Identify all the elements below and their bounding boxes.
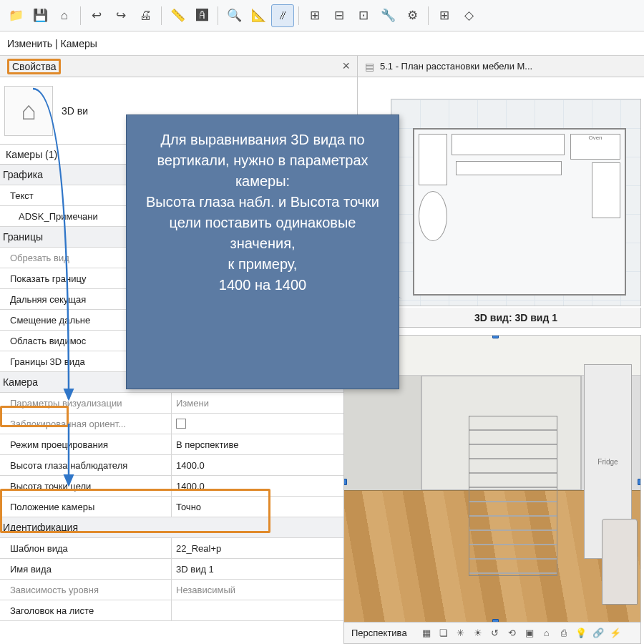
property-name: Параметры визуализации: [0, 393, 172, 413]
instance-count-label: Камеры (1): [6, 149, 57, 160]
property-name: Шаблон вида: [0, 538, 172, 558]
property-value[interactable]: 1400.0: [172, 455, 357, 475]
tile-icon[interactable]: ⊟: [328, 4, 351, 27]
show-render-icon[interactable]: ⟲: [506, 627, 519, 640]
property-name: Зависимость уровня: [0, 580, 172, 600]
print-icon[interactable]: 🖨: [134, 4, 157, 27]
panel-header: Свойства ×: [0, 56, 357, 77]
linked-icon[interactable]: 🔗: [592, 627, 605, 640]
property-name: Режим проецирования: [0, 434, 172, 454]
unlocked-3d-icon[interactable]: ⌂: [540, 627, 553, 640]
type-name: 3D ви: [62, 105, 88, 117]
home-icon[interactable]: ⌂: [53, 4, 76, 27]
light-icon[interactable]: 💡: [575, 627, 587, 640]
measure-icon[interactable]: 📏: [166, 4, 189, 27]
shadows-icon[interactable]: ☀: [472, 627, 484, 640]
property-value[interactable]: В перспективе: [172, 434, 357, 454]
zoom-icon[interactable]: 🔍: [223, 4, 245, 27]
property-value[interactable]: [172, 414, 357, 434]
property-value[interactable]: Точно: [172, 497, 357, 517]
property-value[interactable]: Независимый: [172, 580, 357, 600]
property-value[interactable]: 3D вид 1: [172, 559, 357, 579]
property-group-header[interactable]: Идентификация: [0, 517, 357, 538]
crop-icon[interactable]: ❏: [437, 627, 450, 640]
property-row[interactable]: Шаблон вида22_Real+р: [0, 538, 357, 559]
cube-icon[interactable]: ◇: [457, 4, 480, 27]
render-icon[interactable]: ↺: [489, 627, 502, 640]
close-icon[interactable]: ×: [342, 59, 350, 74]
property-name: Высота глаза наблюдателя: [0, 455, 172, 475]
options-icon[interactable]: ⚙: [401, 4, 424, 27]
oven-label: Oven: [570, 134, 620, 160]
visual-style-icon[interactable]: ▦: [420, 627, 433, 640]
manage-icon[interactable]: 🔧: [376, 4, 399, 27]
chair: [602, 519, 638, 605]
property-row[interactable]: Параметры визуализацииИзмени: [0, 393, 357, 414]
thin-lines-icon[interactable]: 📐: [247, 4, 270, 27]
property-name: Заблокированная ориент...: [0, 414, 172, 434]
view-tab-title: 5.1 - План расстановки мебели М...: [380, 61, 532, 72]
view-control-bar: Перспектива ▦ ❏ ✳ ☀ ↺ ⟲ ▣ ⌂ ⎙ 💡 🔗 ⚡: [343, 623, 641, 644]
shelf-unit: [469, 416, 557, 576]
annotation-callout: Для выравнивания 3D вида по вертикали, н…: [126, 114, 399, 389]
save-orientation-icon[interactable]: ⎙: [557, 627, 570, 640]
property-name: Имя вида: [0, 559, 172, 579]
property-row[interactable]: Имя вида3D вид 1: [0, 559, 357, 580]
plugins-icon[interactable]: ⊞: [433, 4, 456, 27]
panel-title: Свойства: [7, 59, 61, 74]
close-hidden-icon[interactable]: ⫽: [271, 4, 294, 27]
property-value[interactable]: Измени: [172, 393, 357, 413]
property-name: Заголовок на листе: [0, 600, 172, 620]
property-row[interactable]: Заблокированная ориент...: [0, 414, 357, 434]
property-name: Положение камеры: [0, 497, 172, 517]
property-row[interactable]: Зависимость уровняНезависимый: [0, 580, 357, 600]
view-tab[interactable]: ▤ 5.1 - План расстановки мебели М...: [358, 56, 644, 77]
checkbox[interactable]: [176, 419, 186, 429]
ribbon-contextual-tab: Изменить | Камеры: [0, 31, 644, 56]
property-row[interactable]: Режим проецированияВ перспективе: [0, 434, 357, 455]
viewport-panel: ▤ 5.1 - План расстановки мебели М... Ove…: [358, 56, 644, 644]
property-row[interactable]: Высота точки цели1400.0: [0, 476, 357, 497]
plan-view[interactable]: Oven: [391, 99, 641, 306]
property-value[interactable]: [172, 600, 357, 620]
property-value[interactable]: 1400.0: [172, 476, 357, 496]
callout-text: Для выравнивания 3D вида по вертикали, н…: [140, 130, 386, 296]
quick-access-toolbar: 📁 💾 ⌂ ↩ ↪ 🖨 📏 🅰 🔍 📐 ⫽ ⊞ ⊟ ⊡ 🔧 ⚙ ⊞ ◇: [0, 0, 644, 31]
undo-icon[interactable]: ↩: [85, 4, 108, 27]
view-doc-icon: ▤: [365, 61, 374, 72]
switch-windows-icon[interactable]: ⊞: [303, 4, 326, 27]
view-canvas[interactable]: Oven 3D вид: 3D вид 1 Fridge: [358, 77, 644, 644]
property-row[interactable]: Высота глаза наблюдателя1400.0: [0, 455, 357, 476]
save-icon[interactable]: 💾: [29, 4, 52, 27]
sunpath-icon[interactable]: ✳: [454, 627, 467, 640]
reveal-constraints-icon[interactable]: ⚡: [609, 627, 622, 640]
open-icon[interactable]: 📁: [4, 4, 27, 27]
text-icon[interactable]: 🅰: [190, 4, 213, 27]
cascade-icon[interactable]: ⊡: [352, 4, 375, 27]
projection-mode-label[interactable]: Перспектива: [351, 628, 407, 638]
ribbon-tab-label: Изменить | Камеры: [7, 38, 97, 49]
type-thumbnail-icon: ⌂: [4, 86, 53, 136]
property-row[interactable]: Заголовок на листе: [0, 600, 357, 621]
crop-region-icon[interactable]: ▣: [523, 627, 536, 640]
redo-icon[interactable]: ↪: [109, 4, 132, 27]
property-row[interactable]: Положение камерыТочно: [0, 497, 357, 517]
property-value[interactable]: 22_Real+р: [172, 538, 357, 558]
property-name: Высота точки цели: [0, 476, 172, 496]
